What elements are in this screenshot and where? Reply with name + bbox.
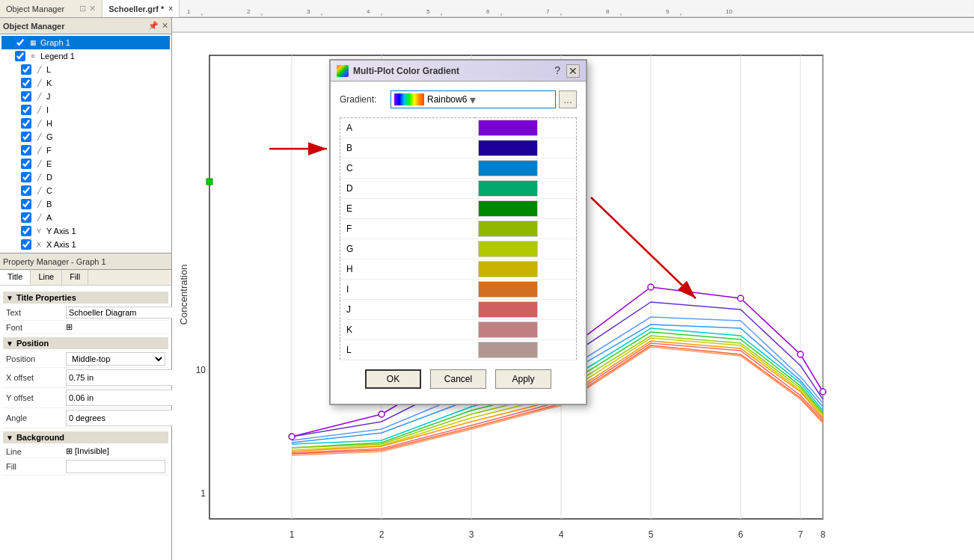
color-swatch-e[interactable] [478, 200, 538, 217]
tree-item-J[interactable]: ╱ J [1, 90, 170, 103]
tree-item-D[interactable]: ╱ D [1, 170, 170, 184]
dialog-help-btn[interactable]: ? [554, 64, 560, 78]
tree-checkbox-A[interactable] [21, 212, 31, 223]
background-expand-icon[interactable]: ▼ [6, 434, 13, 442]
tree-label-I: I [46, 105, 168, 114]
tree-checkbox-H[interactable] [21, 118, 31, 129]
y-axis-label: Concentration [178, 265, 189, 325]
tree-item-A[interactable]: ╱ A [1, 211, 170, 224]
color-swatch-k[interactable] [478, 321, 538, 338]
dialog-title-bar: Multi-Plot Color Gradient ? ✕ [331, 61, 586, 81]
tree-item-B[interactable]: ╱ B [1, 197, 170, 211]
tree-checkbox-J[interactable] [21, 91, 31, 102]
tree-checkbox-D[interactable] [21, 172, 31, 182]
position-select-group: Middle-top [66, 352, 165, 366]
tree-item-E[interactable]: ╱ E [1, 157, 170, 170]
object-manager-title: Object Manager [3, 22, 65, 31]
position-expand-icon[interactable]: ▼ [6, 339, 13, 348]
bg-fill-label: Fill [6, 462, 66, 471]
gradient-more-btn[interactable]: ... [559, 90, 577, 108]
color-row-swatch-cell [475, 280, 577, 300]
tree-item-graph1[interactable]: ▦ Graph 1 [1, 36, 170, 49]
pin-icon[interactable]: 📌 [148, 21, 159, 31]
schoeller-tab-close[interactable]: × [168, 4, 173, 13]
color-swatch-g[interactable] [478, 241, 538, 257]
text-input-group: ▼ [66, 307, 187, 319]
color-swatch-i[interactable] [478, 281, 538, 298]
tree-checkbox-legend1[interactable] [15, 51, 25, 61]
tree-checkbox-B[interactable] [21, 199, 31, 209]
font-value: ⊞ [66, 322, 165, 332]
tab-title[interactable]: Title [0, 270, 31, 285]
cancel-button[interactable]: Cancel [430, 369, 486, 389]
color-row-swatch-cell [475, 138, 577, 159]
line-icon-B: ╱ [33, 198, 45, 210]
title-bar: Object Manager ⊡ ✕ Schoeller.grf * × 1 2… [0, 0, 974, 18]
tree-item-H[interactable]: ╱ H [1, 117, 170, 130]
tree-label-legend1: Legend 1 [40, 52, 168, 61]
tree-item-yaxis1[interactable]: Y Y Axis 1 [1, 224, 170, 238]
color-swatch-c[interactable] [478, 160, 538, 176]
bg-line-label: Line [6, 447, 66, 456]
apply-button[interactable]: Apply [495, 369, 551, 389]
svg-point-50 [738, 295, 744, 301]
tree-item-xaxis1[interactable]: X X Axis 1 [1, 238, 170, 251]
gradient-select[interactable]: Rainbow6 ▾ [390, 90, 556, 108]
tab-fill[interactable]: Fill [62, 270, 88, 285]
color-swatch-h[interactable] [478, 261, 538, 277]
tree-checkbox-F[interactable] [21, 145, 31, 156]
tree-item-G[interactable]: ╱ G [1, 130, 170, 144]
color-swatch-a[interactable] [478, 120, 538, 136]
schoeller-tab[interactable]: Schoeller.grf * × [102, 0, 180, 17]
color-row-label: B [340, 138, 475, 159]
tree-checkbox-K[interactable] [21, 78, 31, 88]
ok-button[interactable]: OK [365, 369, 421, 389]
tab-line[interactable]: Line [31, 270, 62, 285]
tree-checkbox-G[interactable] [21, 132, 31, 142]
tree-checkbox-L[interactable] [21, 64, 31, 75]
bg-line-row: Line ⊞ [Invisible] [3, 445, 168, 458]
tree-label-D: D [46, 173, 168, 182]
object-manager-tab[interactable]: Object Manager ⊡ ✕ [0, 0, 102, 17]
color-swatch-l[interactable] [478, 342, 538, 358]
svg-rect-21 [172, 18, 974, 33]
color-row-label: L [340, 340, 475, 360]
gradient-name: Rainbow6 [427, 94, 467, 105]
color-swatch-b[interactable] [478, 140, 538, 156]
color-swatch-f[interactable] [478, 221, 538, 237]
bg-fill-swatch[interactable] [66, 460, 165, 473]
tree-checkbox-I[interactable] [21, 105, 31, 115]
tree-item-legend1[interactable]: ≡ Legend 1 [1, 49, 170, 63]
svg-text:7: 7 [798, 529, 803, 540]
section-expand-icon[interactable]: ▼ [6, 294, 13, 302]
tree-checkbox-E[interactable] [21, 159, 31, 169]
tree-item-L[interactable]: ╱ L [1, 63, 170, 76]
dialog-close-btn[interactable]: ✕ [566, 64, 580, 78]
line-icon-D: ╱ [33, 171, 45, 183]
close-icon[interactable]: ✕ [162, 21, 168, 31]
text-input[interactable] [66, 307, 175, 319]
tree-item-I[interactable]: ╱ I [1, 103, 170, 117]
svg-text:4: 4 [367, 8, 370, 15]
x-offset-group: ▲ ▼ [66, 369, 187, 386]
tree-checkbox-graph1[interactable] [15, 37, 25, 48]
position-select[interactable]: Middle-top [66, 352, 165, 366]
color-swatch-d[interactable] [478, 180, 538, 197]
color-swatch-j[interactable] [478, 301, 538, 318]
angle-input[interactable] [66, 410, 175, 426]
tree-checkbox-yaxis[interactable] [21, 226, 31, 236]
svg-text:2: 2 [379, 529, 385, 540]
panel-title-icons: 📌 ✕ [148, 21, 168, 31]
y-offset-input[interactable] [66, 390, 175, 406]
tree-item-K[interactable]: ╱ K [1, 76, 170, 90]
tree-item-F[interactable]: ╱ F [1, 144, 170, 157]
svg-text:10: 10 [726, 8, 732, 15]
tree-checkbox-xaxis[interactable] [21, 239, 31, 250]
x-offset-input[interactable] [66, 369, 175, 386]
tree-item-C[interactable]: ╱ C [1, 184, 170, 197]
title-properties-header: ▼ Title Properties [3, 292, 168, 304]
tree-checkbox-C[interactable] [21, 185, 31, 196]
tree-label-H: H [46, 119, 168, 128]
color-row-l: L [340, 340, 577, 360]
dialog-title-buttons: ? ✕ [554, 64, 580, 78]
